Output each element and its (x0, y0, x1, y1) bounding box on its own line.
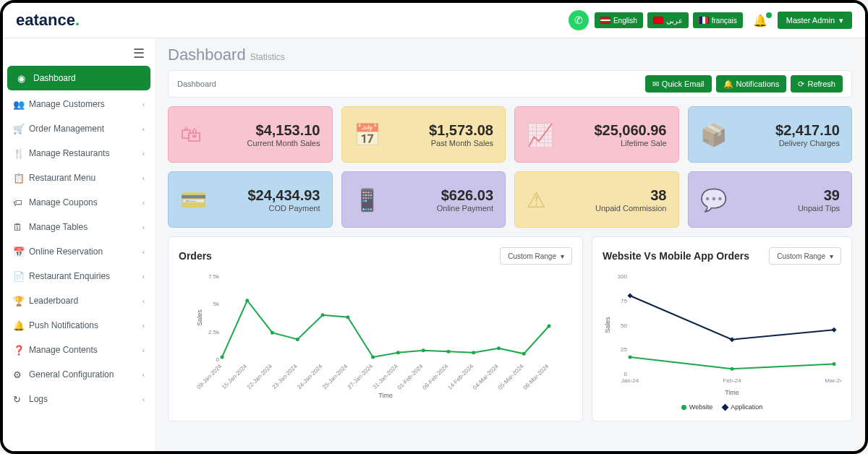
svg-text:23-Jan-2024: 23-Jan-2024 (271, 363, 299, 391)
chevron-down-icon: ▾ (561, 252, 564, 260)
svg-point-7 (271, 331, 274, 335)
card-icon: 💳 (180, 187, 207, 213)
svg-text:15-Jan-2024: 15-Jan-2024 (221, 363, 249, 391)
stat-card-lifetime-sale: 📈$25,060.96Lifetime Sale (514, 106, 679, 163)
nav-label: Order Management (29, 124, 104, 134)
card-label: Lifetime Sale (594, 139, 666, 147)
range-select[interactable]: Custom Range▾ (500, 247, 572, 265)
chevron-down-icon: ▾ (839, 16, 843, 25)
menu-toggle-icon[interactable]: ☰ (3, 46, 155, 66)
nav-icon: 🛒 (13, 124, 29, 134)
chevron-icon: ‹ (142, 248, 145, 256)
svg-text:06-Mar-2024: 06-Mar-2024 (522, 363, 550, 391)
svg-point-14 (446, 350, 450, 354)
svg-rect-45 (831, 327, 836, 333)
sidebar-item-leaderboard[interactable]: 🏆Leaderboard‹ (3, 288, 155, 313)
lang-fr[interactable]: français (693, 12, 743, 28)
whatsapp-icon[interactable]: ✆ (569, 10, 589, 30)
sidebar-item-manage-coupons[interactable]: 🏷Manage Coupons‹ (3, 190, 155, 215)
sidebar-item-online-reservation[interactable]: 📅Online Reservation‹ (3, 239, 155, 264)
stat-card-cod-payment: 💳$24,434.93COD Payment (168, 171, 333, 228)
chevron-icon: ‹ (142, 199, 145, 207)
svg-point-10 (346, 315, 349, 319)
svg-text:Mar-24: Mar-24 (825, 377, 841, 384)
sidebar-item-general-configuration[interactable]: ⚙General Configuration‹ (3, 362, 155, 387)
card-value: $4,153.10 (247, 122, 320, 139)
svg-text:75: 75 (621, 298, 627, 304)
card-value: $2,417.10 (775, 122, 840, 139)
nav-icon: 📋 (13, 173, 29, 184)
card-value: $25,060.96 (594, 122, 666, 139)
nav-icon: ❓ (13, 345, 29, 356)
stat-card-delivery-charges: 📦$2,417.10Delivery Charges (688, 106, 853, 163)
sidebar-item-dashboard[interactable]: ◉Dashboard (7, 66, 150, 90)
svg-point-9 (321, 313, 325, 317)
sidebar-item-restaurant-enquiries[interactable]: 📄Restaurant Enquiries‹ (3, 264, 155, 288)
lang-us[interactable]: English (595, 12, 643, 28)
refresh-icon: ⟳ (798, 80, 804, 89)
svg-text:05-Mar-2024: 05-Mar-2024 (497, 363, 525, 391)
nav-label: Restaurant Menu (29, 173, 95, 183)
svg-text:Sales: Sales (604, 317, 611, 333)
card-icon: ⚠ (527, 187, 546, 213)
admin-menu[interactable]: Master Admin▾ (778, 12, 852, 29)
svg-point-40 (629, 356, 632, 359)
sidebar-item-manage-restaurants[interactable]: 🍴Manage Restaurants‹ (3, 141, 155, 166)
svg-text:25-Jan-2024: 25-Jan-2024 (321, 363, 349, 391)
nav-label: Manage Restaurants (29, 148, 109, 158)
svg-rect-43 (627, 293, 632, 298)
svg-text:Sales: Sales (196, 309, 203, 326)
svg-text:04-Mar-2024: 04-Mar-2024 (472, 363, 500, 391)
nav-label: Logs (29, 394, 48, 404)
card-value: $1,573.08 (429, 122, 493, 139)
nav-label: Leaderboard (29, 296, 78, 306)
refresh-button[interactable]: ⟳Refresh (791, 75, 843, 93)
sidebar-item-push-notifications[interactable]: 🔔Push Notifications‹ (3, 313, 155, 338)
chevron-icon: ‹ (142, 223, 145, 231)
nav-label: Push Notifications (29, 320, 98, 330)
main-content: Dashboard Statistics Dashboard ✉Quick Em… (155, 38, 865, 451)
card-icon: 📈 (527, 122, 553, 147)
sidebar-item-order-management[interactable]: 🛒Order Management‹ (3, 116, 155, 141)
svg-point-12 (396, 351, 400, 354)
nav-label: Manage Coupons (29, 197, 98, 207)
sidebar-item-manage-contents[interactable]: ❓Manage Contents‹ (3, 338, 155, 362)
nav-label: Online Reservation (29, 247, 103, 257)
range-select[interactable]: Custom Range▾ (769, 247, 841, 265)
svg-point-41 (731, 367, 734, 371)
nav-label: Manage Tables (29, 222, 88, 232)
svg-text:100: 100 (618, 273, 628, 280)
svg-text:0: 0 (216, 356, 220, 363)
chevron-icon: ‹ (142, 273, 145, 280)
nav-icon: 🍴 (13, 148, 29, 159)
chevron-icon: ‹ (142, 371, 145, 379)
card-label: Delivery Charges (775, 139, 840, 147)
nav-icon: 📄 (13, 271, 29, 282)
card-label: Unpaid Tips (798, 204, 840, 213)
lang-tn[interactable]: عربي (647, 12, 689, 28)
sidebar-item-manage-tables[interactable]: 🗓Manage Tables‹ (3, 215, 155, 239)
nav-icon: 🗓 (13, 222, 29, 233)
notifications-button[interactable]: 🔔Notifications (716, 75, 787, 93)
flag-icon (653, 17, 663, 24)
sidebar-item-manage-customers[interactable]: 👥Manage Customers‹ (3, 92, 155, 116)
page-title: Dashboard Statistics (168, 46, 852, 64)
nav-icon: 📅 (13, 247, 29, 257)
nav-label: Manage Contents (29, 345, 98, 355)
bell-icon[interactable]: 🔔 (749, 14, 772, 27)
svg-point-6 (245, 299, 249, 302)
chevron-icon: ‹ (142, 322, 145, 330)
card-value: $626.03 (437, 187, 493, 204)
svg-text:09-Jan-2024: 09-Jan-2024 (195, 363, 224, 391)
sidebar-item-logs[interactable]: ↻Logs‹ (3, 387, 155, 411)
svg-text:50: 50 (621, 322, 627, 329)
card-icon: 🛍 (180, 122, 202, 147)
chevron-icon: ‹ (142, 346, 145, 354)
orders-chart: Orders Custom Range▾ 02.5k5k7.5kSales09-… (168, 236, 583, 421)
card-label: Current Month Sales (247, 139, 320, 147)
quick-email-button[interactable]: ✉Quick Email (645, 75, 712, 93)
svg-text:2.5k: 2.5k (208, 329, 220, 335)
sidebar-item-restaurant-menu[interactable]: 📋Restaurant Menu‹ (3, 166, 155, 190)
stat-card-online-payment: 📱$626.03Online Payment (341, 171, 506, 228)
chart-legend: Website Application (603, 403, 841, 411)
